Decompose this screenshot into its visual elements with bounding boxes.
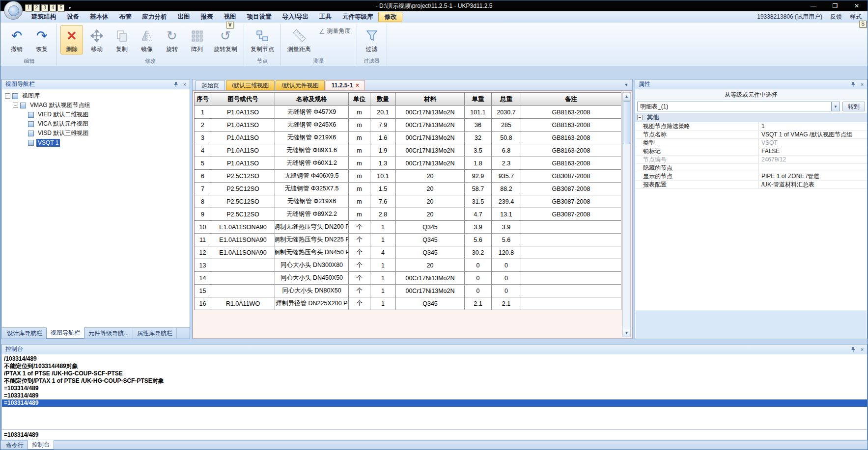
table-row[interactable]: 11E1.0A11SONA90钢制无缝热压弯头 DN225 P个1Q3455.6… xyxy=(195,234,621,246)
property-row-1[interactable]: 视图节点筛选策略1 xyxy=(635,122,867,131)
property-row-2[interactable]: 节点名称VSQT 1 of VMAG /默认视图节点组 xyxy=(635,131,867,139)
column-header-8[interactable]: 总重 xyxy=(492,93,521,106)
rotate-copy-button[interactable]: ↺ 旋转复制 xyxy=(211,25,240,54)
table-row[interactable]: 12E1.0A11SONA90钢制无缝热压弯头 DN450 P个4Q34530.… xyxy=(195,246,621,259)
console-line-3[interactable]: /PTAX 1 of PTSE /UK-HG-COUP-SCF-PTSE xyxy=(2,370,867,377)
navigator-tab-4[interactable]: 属性库导航栏 xyxy=(133,328,177,339)
table-row[interactable]: 5P1.0A11SO无缝钢管 Φ60X1.2m1.300Cr17Ni13Mo2N… xyxy=(195,157,621,170)
console-line-7[interactable]: =103314/489 xyxy=(2,399,867,407)
menu-tab-3[interactable]: 基本体 xyxy=(84,12,114,22)
goto-button[interactable]: 转到 xyxy=(842,102,865,111)
scroll-thumb[interactable] xyxy=(623,101,630,144)
undo-button[interactable]: ↶ 撤销 xyxy=(5,25,28,54)
table-vertical-scrollbar[interactable]: ▲ ▼ xyxy=(622,92,631,337)
collapse-icon[interactable]: − xyxy=(637,115,643,120)
table-row[interactable]: 3P1.0A11SO无缝钢管 Φ219X6m1.600Cr17Ni13Mo2N3… xyxy=(195,132,621,144)
property-row-8[interactable]: 报表配置/UK-管道材料汇总表 xyxy=(635,181,867,189)
table-row[interactable]: 14同心大小头 DN450X50个100Cr17Ni13Mo2N00 xyxy=(195,272,621,285)
close-button[interactable]: ✕ xyxy=(846,0,868,11)
property-row-4[interactable]: 锁标记FALSE xyxy=(635,147,867,156)
console-line-5[interactable]: =103314/489 xyxy=(2,385,867,392)
table-row[interactable]: 10E1.0A11SONA90钢制无缝热压弯头 DN200 P个1Q3453.9… xyxy=(195,221,621,234)
column-header-9[interactable]: 备注 xyxy=(521,93,621,106)
tree-item-1[interactable]: −视图库 xyxy=(2,91,190,101)
pin-icon[interactable] xyxy=(850,81,856,87)
close-panel-icon[interactable]: × xyxy=(182,81,188,87)
chevron-down-icon[interactable]: ▼ xyxy=(831,102,840,111)
column-header-7[interactable]: 单重 xyxy=(465,93,492,106)
property-group-header[interactable]: − 其他 xyxy=(635,113,867,122)
rotate-button[interactable]: ↻ 旋转 xyxy=(161,25,183,54)
menu-tab-12[interactable]: 元件等级库 xyxy=(337,12,379,22)
menu-tab-5[interactable]: 应力分析 xyxy=(137,12,172,22)
table-row[interactable]: 6P2.5C12SO无缝钢管 Φ406X9.5m10.12092.9935.7G… xyxy=(195,170,621,183)
table-row[interactable]: 2P1.0A11SO无缝钢管 Φ245X6m7.900Cr17Ni13Mo2N3… xyxy=(195,119,621,132)
table-row[interactable]: 16R1.0A11WO焊制异径管 DN225X200 P个1Q3452.12.1 xyxy=(195,297,621,310)
console-input-line[interactable]: =103314/489 xyxy=(2,429,867,440)
feedback-button[interactable]: 反馈 xyxy=(830,13,842,21)
style-button[interactable]: 样式 xyxy=(850,13,862,21)
maximize-button[interactable]: ❐ xyxy=(824,0,846,11)
column-header-6[interactable]: 材料 xyxy=(396,93,465,106)
delete-button[interactable]: ✕ 删除 xyxy=(60,25,83,54)
menu-tab-13[interactable]: 修改 xyxy=(378,12,402,22)
bottom-tab-1[interactable]: 命令行 xyxy=(2,441,28,450)
table-row[interactable]: 13同心大小头 DN300X80个12000 xyxy=(195,259,621,272)
close-tab-icon[interactable]: × xyxy=(356,82,359,89)
menu-tab-9[interactable]: 项目设置 xyxy=(242,12,277,22)
pin-icon[interactable] xyxy=(173,81,179,87)
tree-item-5[interactable]: VISD 默认三维视图 xyxy=(2,129,190,138)
table-row[interactable]: 7P2.5C12SO无缝钢管 Φ325X7.5m1.52058.788.2GB3… xyxy=(195,183,621,195)
move-button[interactable]: 移动 xyxy=(85,25,108,54)
menu-tab-4[interactable]: 布管 xyxy=(114,12,137,22)
measure-distance-button[interactable]: 测量距离 xyxy=(284,25,314,54)
filter-button[interactable]: 过滤 xyxy=(361,25,383,54)
scroll-down-icon[interactable]: ▼ xyxy=(623,329,630,337)
column-header-1[interactable]: 序号 xyxy=(195,93,211,106)
scroll-up-icon[interactable]: ▲ xyxy=(623,93,630,101)
menu-tab-6[interactable]: 出图 xyxy=(172,12,196,22)
menu-tab-8[interactable]: 视图V xyxy=(219,12,242,22)
console-line-2[interactable]: 不能定位到/103314/489对象 xyxy=(2,363,867,370)
close-panel-icon[interactable]: × xyxy=(859,81,865,87)
tree-item-4[interactable]: VICA 默认元件视图 xyxy=(2,119,190,129)
console-output[interactable]: /103314/489不能定位到/103314/489对象/PTAX 1 of … xyxy=(2,355,867,429)
copy-button[interactable]: 复制 xyxy=(111,25,133,54)
table-row[interactable]: 4P1.0A11SO无缝钢管 Φ89X1.6m1.900Cr17Ni13Mo2N… xyxy=(195,144,621,157)
qat-dropdown-icon[interactable]: ▾ xyxy=(69,5,71,10)
navigator-tab-3[interactable]: 元件等级导航... xyxy=(84,328,133,339)
property-row-6[interactable]: 隐藏的节点 xyxy=(635,164,867,172)
property-row-3[interactable]: 类型VSQT xyxy=(635,139,867,147)
navigator-tab-1[interactable]: 设计库导航栏 xyxy=(3,328,47,339)
tree-item-2[interactable]: −VMAG 默认视图节点组 xyxy=(2,101,190,110)
console-line-1[interactable]: /103314/489 xyxy=(2,355,867,363)
console-line-4[interactable]: 不能定位到/PTAX 1 of PTSE /UK-HG-COUP-SCF-PTS… xyxy=(2,377,867,385)
tab-list-dropdown-icon[interactable]: ▼ xyxy=(622,81,630,89)
selection-combo[interactable]: 明细表_(1) ▼ xyxy=(637,102,840,111)
table-row[interactable]: 8P2.5C12SO无缝钢管 Φ219X6m7.62031.5239.4GB30… xyxy=(195,195,621,208)
redo-button[interactable]: ↷ 恢复 xyxy=(30,25,53,54)
column-header-3[interactable]: 名称及规格 xyxy=(275,93,349,106)
table-row[interactable]: 1P1.0A11SO无缝钢管 Φ457X9m20.100Cr17Ni13Mo2N… xyxy=(195,106,621,119)
column-header-5[interactable]: 数量 xyxy=(370,93,396,106)
expander-icon[interactable]: − xyxy=(5,93,10,99)
tree-item-3[interactable]: VIED 默认二维视图 xyxy=(2,110,190,119)
property-row-5[interactable]: 节点编号24679/12 xyxy=(635,156,867,164)
console-line-6[interactable]: =103314/489 xyxy=(2,392,867,399)
property-row-7[interactable]: 显示的节点PIPE 1 of ZONE /管道 xyxy=(635,172,867,181)
menu-tab-1[interactable]: 建筑结构 xyxy=(26,12,61,22)
measure-angle-button[interactable]: ∠ 测量角度 xyxy=(316,26,353,36)
table-row[interactable]: 15同心大小头 DN80X50个100Cr17Ni13Mo2N00 xyxy=(195,285,621,297)
app-menu-button[interactable] xyxy=(4,1,23,20)
doc-tab-2[interactable]: /默认三维视图 xyxy=(226,80,275,90)
menu-tab-2[interactable]: 设备 xyxy=(61,12,84,22)
column-header-2[interactable]: 图号或代号 xyxy=(211,93,275,106)
table-row[interactable]: 9P2.5C12SO无缝钢管 Φ89X2.2m2.8204.713.1GB308… xyxy=(195,208,621,221)
expander-icon[interactable]: − xyxy=(13,103,18,108)
copy-node-button[interactable]: 复制节点 xyxy=(248,25,277,54)
doc-tab-4[interactable]: 11.2.5-1× xyxy=(326,80,365,90)
menu-tab-11[interactable]: 工具 xyxy=(314,12,337,22)
doc-tab-1[interactable]: 起始页 xyxy=(196,80,225,90)
menu-tab-7[interactable]: 报表 xyxy=(196,12,219,22)
pin-icon[interactable] xyxy=(850,346,856,352)
